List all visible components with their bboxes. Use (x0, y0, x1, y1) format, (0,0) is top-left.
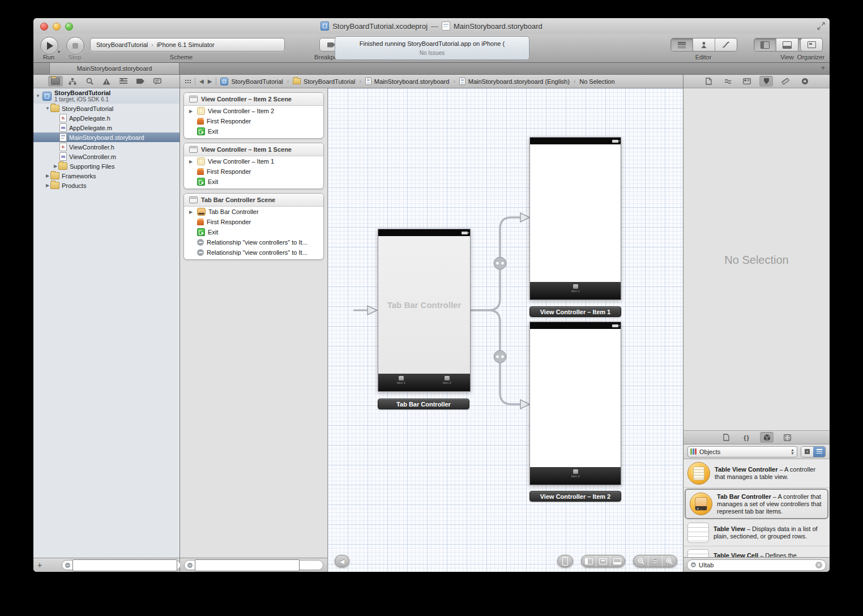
tab-bar-controller-scene-label[interactable]: Tab Bar Controller (378, 399, 469, 409)
tree-row-group[interactable]: ▼ StoryBoardTutorial (33, 104, 180, 113)
layout-assistant-button[interactable] (610, 555, 624, 567)
outline-row[interactable]: Relationship "view controllers" to It... (184, 237, 323, 247)
outline-row[interactable]: Exit (184, 177, 323, 189)
new-tab-button[interactable]: + (821, 63, 825, 72)
tree-row-group[interactable]: ▶ Supporting Files (33, 161, 180, 171)
code-snippet-library-button[interactable]: { } (740, 432, 753, 443)
outline-filter-field[interactable] (184, 560, 323, 570)
disclosure-closed-icon[interactable]: ▶ (53, 164, 58, 169)
breadcrumb-group[interactable]: StoryBoardTutorial (293, 78, 355, 85)
library-item-tab-bar-controller[interactable]: Tab Bar Controller – A controller that m… (685, 489, 828, 519)
run-button[interactable]: ▾ (40, 37, 58, 55)
tree-row-project[interactable]: ▼ StoryBoardTutorial 1 target, iOS SDK 6… (33, 88, 180, 104)
clear-filter-icon[interactable]: ✕ (815, 562, 822, 568)
view-controller-1-scene-label[interactable]: View Controller – Item 1 (529, 306, 621, 317)
breakpoint-navigator-button[interactable] (133, 76, 148, 87)
outline-row[interactable]: Relationship "view controllers" to It... (184, 247, 323, 259)
disclosure-closed-icon[interactable]: ▶ (189, 109, 194, 114)
layout-split-button[interactable] (582, 555, 596, 567)
outline-row[interactable]: First Responder (184, 116, 323, 126)
size-inspector-button[interactable] (779, 76, 792, 87)
tree-row-group[interactable]: ▶ Frameworks (33, 171, 180, 181)
breadcrumb-file[interactable]: MainStoryboard.storyboard (365, 78, 450, 85)
disclosure-closed-icon[interactable]: ▶ (189, 159, 194, 164)
breadcrumb-localization[interactable]: MainStoryboard.storyboard (English) (459, 78, 570, 85)
outline-row[interactable]: ▶ Tab Bar Controller (184, 207, 323, 217)
disclosure-closed-icon[interactable]: ▶ (45, 183, 50, 188)
outline-row[interactable]: First Responder (184, 166, 323, 177)
tree-row-group[interactable]: ▶ Products (33, 181, 180, 190)
outline-row[interactable]: ▶ View Controller – Item 1 (184, 156, 323, 166)
disclosure-closed-icon[interactable]: ▶ (189, 209, 194, 215)
toggle-navigator-button[interactable] (754, 38, 776, 51)
tab-bar-item[interactable]: Item 2 (571, 469, 580, 478)
related-items-icon[interactable] (185, 79, 191, 84)
symbol-navigator-button[interactable] (65, 76, 80, 87)
tab-bar-controller-scene[interactable]: Tab Bar Controller Item 1 Item 2 (378, 229, 471, 392)
stop-button[interactable] (66, 37, 84, 55)
library-item-table-view-cell[interactable]: Table View Cell – Defines the (683, 546, 830, 557)
list-view-button[interactable] (813, 447, 825, 457)
zoom-actual-button[interactable]: = (648, 555, 662, 567)
zoom-button[interactable] (65, 23, 73, 31)
library-filter-field[interactable]: ✕ (687, 559, 826, 571)
view-controller-2-scene[interactable]: Item 2 (529, 322, 621, 485)
tab-mainstoryboard[interactable]: MainStoryboard.storyboard (49, 63, 180, 74)
outline-row[interactable]: First Responder (184, 217, 323, 227)
issue-navigator-button[interactable] (99, 76, 114, 87)
tree-row-file[interactable]: h ViewController.h (33, 142, 180, 152)
zoom-in-button[interactable] (662, 555, 676, 567)
identity-inspector-button[interactable] (740, 76, 754, 87)
add-file-button[interactable]: + (37, 561, 42, 569)
tab-bar[interactable]: Item 1 (530, 282, 621, 300)
disclosure-open-icon[interactable]: ▼ (36, 93, 42, 99)
tree-row-file[interactable]: m AppDelegate.m (33, 123, 180, 132)
disclosure-open-icon[interactable]: ▼ (45, 106, 50, 111)
storyboard-canvas[interactable]: Tab Bar Controller Item 1 Item 2 (328, 88, 683, 572)
toggle-debug-area-button[interactable] (776, 38, 798, 51)
library-filter-input[interactable] (699, 562, 813, 568)
file-inspector-button[interactable] (702, 76, 715, 87)
breadcrumb-selection[interactable]: No Selection (579, 78, 614, 85)
log-navigator-button[interactable] (150, 76, 165, 87)
outline-row[interactable]: Exit (184, 227, 323, 237)
close-button[interactable] (40, 23, 48, 31)
organizer-button[interactable] (800, 38, 823, 52)
library-item-table-view[interactable]: Table View – Displays data in a list of … (683, 520, 830, 546)
grid-view-button[interactable] (801, 447, 813, 457)
outline-filter-input[interactable] (195, 559, 300, 571)
disclosure-closed-icon[interactable]: ▶ (45, 173, 50, 178)
resize-device-button[interactable] (557, 555, 573, 567)
file-template-library-button[interactable] (719, 432, 733, 443)
tree-row-file[interactable]: m ViewController.m (33, 152, 180, 161)
breadcrumb-project[interactable]: StoryBoardTutorial (220, 78, 283, 85)
scene-header[interactable]: View Controller – Item 1 Scene (184, 143, 323, 156)
navigator-filter-input[interactable] (72, 559, 177, 571)
toggle-outline-button[interactable]: ◀ (335, 555, 349, 567)
tab-bar[interactable]: Item 1 Item 2 (378, 374, 470, 391)
standard-editor-button[interactable] (671, 38, 693, 51)
zoom-out-button[interactable] (634, 555, 648, 567)
minimize-button[interactable] (53, 23, 61, 31)
tab-bar[interactable]: Item 2 (530, 467, 621, 485)
outline-row[interactable]: ▶ View Controller – Item 2 (184, 106, 323, 116)
attributes-inspector-button[interactable] (759, 76, 773, 87)
media-library-button[interactable] (780, 432, 794, 443)
project-navigator-button[interactable] (48, 76, 63, 87)
tab-bar-item[interactable]: Item 1 (571, 284, 580, 293)
assistant-editor-button[interactable] (693, 38, 715, 51)
tree-row-file-selected[interactable]: MainStoryboard.storyboard (33, 132, 180, 142)
connections-inspector-button[interactable] (798, 76, 811, 87)
title-bar[interactable]: StoryBoardTutorial.xcodeproj — MainStory… (33, 18, 830, 34)
navigator-filter-field[interactable] (62, 560, 181, 570)
version-editor-button[interactable] (715, 38, 737, 51)
view-controller-2-scene-label[interactable]: View Controller – Item 2 (529, 491, 621, 502)
scheme-selector[interactable]: StoryBoardTutorial › iPhone 6.1 Simulato… (90, 38, 285, 52)
search-navigator-button[interactable] (82, 76, 97, 87)
library-item-table-view-controller[interactable]: Table View Controller – A controller tha… (683, 459, 830, 488)
object-library-button[interactable] (760, 432, 774, 443)
tree-row-file[interactable]: h AppDelegate.h (33, 113, 180, 123)
view-controller-1-scene[interactable]: Item 1 (529, 137, 621, 300)
fullscreen-icon[interactable] (817, 22, 825, 30)
back-button[interactable]: ◀ (199, 78, 204, 84)
